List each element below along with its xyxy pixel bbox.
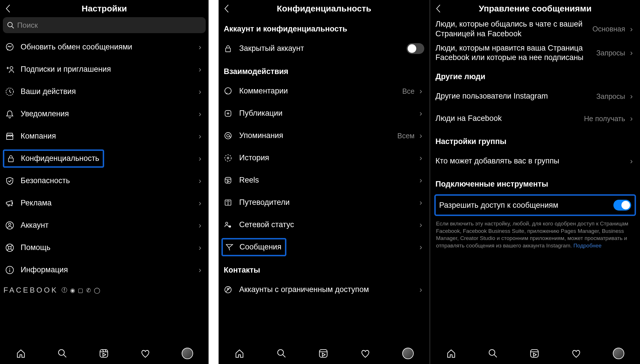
chevron-right-icon: ›: [197, 221, 203, 230]
message-controls-pane: Управление сообщениями Люди, которые общ…: [430, 0, 640, 364]
page-title: Управление сообщениями: [445, 4, 625, 13]
chevron-right-icon: ›: [197, 109, 203, 119]
svg-line-15: [11, 249, 13, 251]
svg-line-23: [102, 350, 103, 352]
home-tab[interactable]: [446, 348, 456, 359]
chevron-right-icon: ›: [197, 243, 203, 252]
item-mentions[interactable]: Упоминания Всем ›: [219, 125, 429, 147]
header: Конфиденциальность: [219, 0, 429, 17]
reels-tab[interactable]: [318, 348, 328, 359]
item-notifications[interactable]: Уведомления ›: [0, 103, 209, 125]
plus-square-icon: [224, 109, 239, 118]
section-others: Другие люди: [430, 65, 640, 85]
chevron-right-icon: ›: [628, 25, 635, 34]
chevron-right-icon: ›: [197, 199, 203, 208]
chevron-right-icon: ›: [197, 87, 203, 96]
info-icon: [5, 265, 21, 275]
svg-line-24: [105, 350, 106, 352]
chevron-right-icon: ›: [417, 131, 424, 140]
chevron-right-icon: ›: [417, 285, 424, 294]
item-messages[interactable]: Сообщения ›: [219, 236, 429, 258]
search-icon: [7, 21, 14, 29]
item-guides[interactable]: Путеводители ›: [219, 191, 429, 214]
item-ads[interactable]: Реклама ›: [0, 192, 209, 214]
search-tab[interactable]: [488, 348, 498, 359]
back-button[interactable]: [5, 4, 15, 13]
chevron-right-icon: ›: [417, 109, 424, 118]
chevron-right-icon: ›: [628, 48, 635, 57]
reels-tab[interactable]: [99, 348, 109, 359]
fb-page-likers-row[interactable]: Люди, которым нравится ваша Страница Fac…: [430, 41, 640, 65]
item-reels[interactable]: Reels ›: [219, 169, 429, 191]
section-tools: Подключенные инструменты: [430, 172, 640, 193]
people-on-facebook-row[interactable]: Люди на Facebook Не получать ›: [430, 107, 640, 130]
svg-line-14: [7, 249, 9, 251]
others-instagram-row[interactable]: Другие пользователи Instagram Запросы ›: [430, 85, 640, 107]
item-restricted[interactable]: Аккаунты с ограниченным доступом ›: [219, 279, 429, 301]
svg-point-44: [229, 225, 231, 228]
svg-point-19: [58, 350, 64, 355]
svg-line-56: [494, 355, 497, 357]
search-tab[interactable]: [57, 348, 68, 359]
chevron-right-icon: ›: [197, 43, 203, 52]
user-circle-icon: [5, 221, 21, 230]
lock-icon: [224, 44, 239, 53]
chevron-right-icon: ›: [628, 92, 635, 101]
fb-page-chatted-row[interactable]: Люди, которые общались в чате с вашей Ст…: [430, 17, 640, 41]
svg-rect-26: [226, 48, 231, 52]
chevron-right-icon: ›: [417, 220, 424, 229]
back-button[interactable]: [435, 4, 445, 13]
activity-tab[interactable]: [360, 348, 370, 359]
tab-bar: [0, 344, 209, 364]
item-company[interactable]: Компания ›: [0, 125, 209, 147]
learn-more-link[interactable]: Подробнее: [573, 243, 602, 249]
page-title: Конфиденциальность: [233, 4, 415, 13]
item-about[interactable]: Информация ›: [0, 259, 209, 281]
svg-line-13: [11, 245, 13, 247]
section-interactions: Взаимодействия: [219, 60, 429, 80]
section-group: Настройки группы: [430, 130, 640, 150]
search-placeholder: Поиск: [17, 21, 38, 30]
profile-tab[interactable]: [613, 348, 624, 359]
svg-point-0: [8, 22, 12, 27]
item-posts[interactable]: Публикации ›: [219, 102, 429, 125]
allow-message-access-row[interactable]: Разрешить доступ к сообщениям: [434, 194, 636, 216]
svg-marker-54: [322, 353, 325, 356]
header: Настройки: [0, 0, 209, 17]
item-story[interactable]: История ›: [219, 147, 429, 169]
allow-message-access-toggle[interactable]: [613, 200, 631, 211]
private-account-toggle[interactable]: [407, 43, 424, 54]
home-tab[interactable]: [234, 348, 245, 359]
activity-tab[interactable]: [140, 348, 150, 359]
svg-marker-38: [227, 180, 229, 183]
back-button[interactable]: [224, 4, 233, 13]
private-account-row[interactable]: Закрытый аккаунт: [219, 37, 429, 60]
lifebuoy-icon: [5, 243, 21, 252]
item-update-messaging[interactable]: Обновить обмен сообщениями ›: [0, 36, 209, 58]
svg-point-50: [278, 350, 283, 355]
item-activity-status[interactable]: Сетевой статус ›: [219, 214, 429, 236]
at-icon: [224, 131, 239, 140]
item-comments[interactable]: Комментарии Все ›: [219, 80, 429, 102]
svg-point-55: [489, 350, 495, 355]
reels-tab[interactable]: [529, 348, 540, 359]
item-account[interactable]: Аккаунт ›: [0, 214, 209, 237]
section-contacts: Контакты: [219, 258, 429, 279]
tab-bar: [430, 344, 640, 364]
search-tab[interactable]: [276, 348, 287, 359]
profile-tab[interactable]: [182, 348, 193, 359]
item-your-activity[interactable]: Ваши действия ›: [0, 81, 209, 103]
item-help[interactable]: Помощь ›: [0, 237, 209, 259]
whatsapp-mini-icon: ✆: [86, 287, 91, 294]
item-follow-invite[interactable]: Подписки и приглашения ›: [0, 58, 209, 81]
search-input[interactable]: Поиск: [3, 17, 206, 33]
activity-tab[interactable]: [571, 348, 581, 359]
group-add-row[interactable]: Кто может добавлять вас в группы ›: [430, 150, 640, 172]
restricted-icon: [224, 285, 239, 294]
item-security[interactable]: Безопасность ›: [0, 170, 209, 192]
item-privacy[interactable]: Конфиденциальность ›: [0, 147, 209, 170]
lock-icon: [7, 154, 21, 163]
home-tab[interactable]: [16, 348, 26, 359]
profile-tab[interactable]: [402, 348, 414, 359]
story-icon: [224, 154, 239, 162]
